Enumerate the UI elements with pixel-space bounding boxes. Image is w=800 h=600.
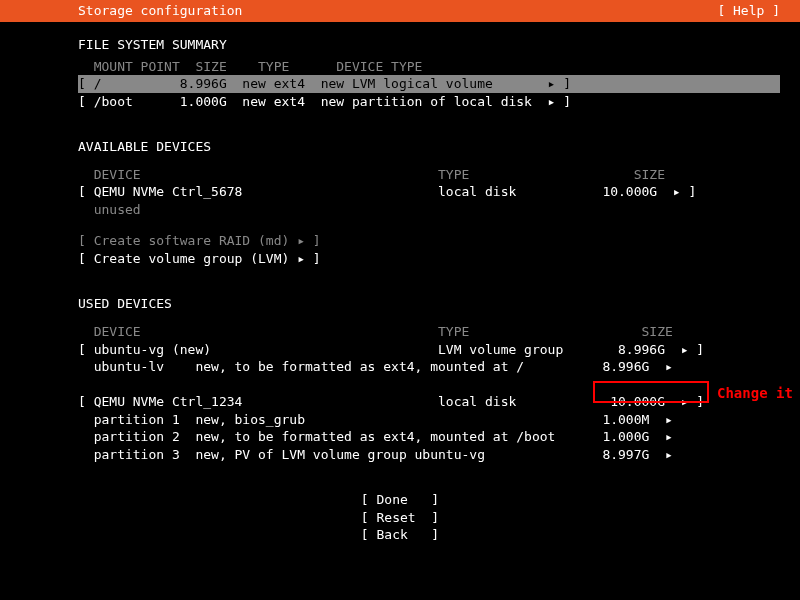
device-child[interactable]: partition 1 new, bios_grub 1.000M ▸ — [0, 411, 800, 429]
fs-col-headers: MOUNT POINT SIZE TYPE DEVICE TYPE — [0, 58, 800, 76]
action-buttons: [ Done ] [ Reset ] [ Back ] — [0, 491, 800, 544]
reset-button[interactable]: [ Reset ] — [361, 509, 439, 527]
device-group[interactable]: [ QEMU NVMe Ctrl_1234 local disk 10.000G… — [0, 393, 800, 411]
avail-col-headers: DEVICE TYPE SIZE — [0, 166, 800, 184]
help-button[interactable]: [ Help ] — [717, 2, 780, 20]
page-title: Storage configuration — [78, 2, 242, 20]
create-raid-action: [ Create software RAID (md) ▸ ] — [0, 232, 800, 250]
device-row[interactable]: [ QEMU NVMe Ctrl_5678 local disk 10.000G… — [0, 183, 800, 201]
back-button[interactable]: [ Back ] — [361, 526, 439, 544]
fs-row[interactable]: [ /boot 1.000G new ext4 new partition of… — [0, 93, 800, 111]
available-devices-title: AVAILABLE DEVICES — [0, 138, 800, 156]
device-sub: unused — [0, 201, 800, 219]
titlebar: Storage configuration [ Help ] — [0, 0, 800, 22]
used-col-headers: DEVICE TYPE SIZE — [0, 323, 800, 341]
fs-row[interactable]: [ / 8.996G new ext4 new LVM logical volu… — [78, 75, 780, 93]
fs-summary-title: FILE SYSTEM SUMMARY — [0, 36, 800, 54]
device-group[interactable]: [ ubuntu-vg (new) LVM volume group 8.996… — [0, 341, 800, 359]
done-button[interactable]: [ Done ] — [361, 491, 439, 509]
device-child[interactable]: ubuntu-lv new, to be formatted as ext4, … — [0, 358, 800, 376]
create-lvm-action[interactable]: [ Create volume group (LVM) ▸ ] — [0, 250, 800, 268]
used-devices-title: USED DEVICES — [0, 295, 800, 313]
device-child[interactable]: partition 3 new, PV of LVM volume group … — [0, 446, 800, 464]
device-child[interactable]: partition 2 new, to be formatted as ext4… — [0, 428, 800, 446]
